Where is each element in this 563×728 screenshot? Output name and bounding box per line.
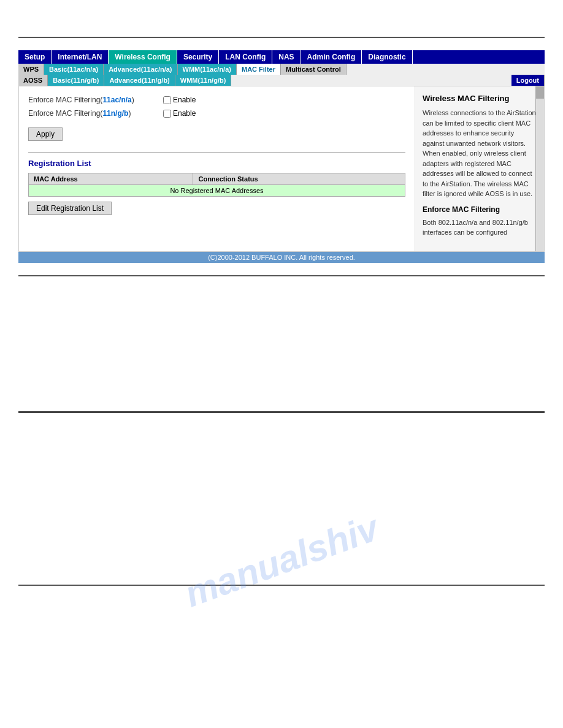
enable-checkbox-n[interactable]: Enable bbox=[163, 109, 196, 118]
filter-row-ac: Enforce MAC Filtering(11ac/n/a) Enable bbox=[28, 96, 405, 104]
nav-tab-lan[interactable]: LAN Config bbox=[219, 50, 272, 64]
subnav-logout[interactable]: Logout bbox=[511, 75, 545, 86]
empty-msg: No Registered MAC Addresses bbox=[29, 185, 405, 197]
white-space-bottom bbox=[0, 413, 563, 585]
scroll-thumb[interactable] bbox=[536, 86, 544, 99]
nav-row1: Setup Internet/LAN Wireless Config Secur… bbox=[18, 50, 545, 64]
filter-label-ac: Enforce MAC Filtering(11ac/n/a) bbox=[28, 96, 163, 104]
enable-label-n: Enable bbox=[173, 109, 196, 118]
subnav-mac-filter[interactable]: MAC Filter bbox=[237, 64, 281, 75]
checkbox-ac-input[interactable] bbox=[163, 96, 171, 104]
footer-bar: (C)2000-2012 BUFFALO INC. All rights res… bbox=[18, 252, 545, 263]
reg-list-title: Registration List bbox=[28, 159, 405, 168]
reg-table: MAC Address Connection Status No Registe… bbox=[28, 173, 405, 197]
subnav-wmm-n[interactable]: WMM(11n/g/b) bbox=[175, 75, 232, 86]
filter-row-n: Enforce MAC Filtering(11n/g/b) Enable bbox=[28, 109, 405, 118]
edit-registration-button[interactable]: Edit Registration List bbox=[28, 202, 112, 215]
page-wrapper: Setup Internet/LAN Wireless Config Secur… bbox=[0, 37, 563, 728]
table-row-empty: No Registered MAC Addresses bbox=[29, 185, 405, 197]
help-subtitle: Enforce MAC Filtering bbox=[423, 205, 537, 214]
subnav-wmm-ac[interactable]: WMM(11ac/n/a) bbox=[178, 64, 237, 75]
subnav-advanced-ac[interactable]: Advanced(11ac/n/a) bbox=[104, 64, 177, 75]
enable-checkbox-ac[interactable]: Enable bbox=[163, 96, 196, 104]
filter-highlight-n: 11n/g/b bbox=[102, 109, 128, 118]
help-body: Wireless connections to the AirStation c… bbox=[423, 108, 537, 199]
col-status: Connection Status bbox=[193, 173, 405, 185]
nav-bar: Setup Internet/LAN Wireless Config Secur… bbox=[18, 50, 545, 86]
filter-label-n: Enforce MAC Filtering(11n/g/b) bbox=[28, 109, 163, 118]
nav-tab-diagnostic[interactable]: Diagnostic bbox=[362, 50, 412, 64]
help-body2: Both 802.11ac/n/a and 802.11n/g/b interf… bbox=[423, 218, 537, 238]
left-panel: Enforce MAC Filtering(11ac/n/a) Enable E… bbox=[19, 86, 415, 251]
subnav-aoss[interactable]: AOSS bbox=[18, 75, 48, 86]
bottom-rule bbox=[18, 585, 545, 586]
scrollbar[interactable] bbox=[535, 86, 544, 251]
main-content: Setup Internet/LAN Wireless Config Secur… bbox=[18, 44, 545, 269]
subnav-row2: AOSS Basic(11n/g/b) Advanced(11n/g/b) WM… bbox=[18, 75, 545, 86]
nav-tab-internet[interactable]: Internet/LAN bbox=[52, 50, 109, 64]
checkbox-n-input[interactable] bbox=[163, 110, 171, 118]
subnav-multicast[interactable]: Multicast Control bbox=[281, 64, 347, 75]
nav-tab-security[interactable]: Security bbox=[177, 50, 219, 64]
filter-highlight-ac: 11ac/n/a bbox=[102, 96, 131, 104]
footer-text: (C)2000-2012 BUFFALO INC. All rights res… bbox=[208, 254, 355, 261]
subnav-basic-ac[interactable]: Basic(11ac/n/a) bbox=[44, 64, 104, 75]
nav-tab-setup[interactable]: Setup bbox=[18, 50, 52, 64]
help-title: Wireless MAC Filtering bbox=[423, 94, 537, 103]
content-panel: Enforce MAC Filtering(11ac/n/a) Enable E… bbox=[18, 86, 545, 252]
nav-tab-nas[interactable]: NAS bbox=[272, 50, 301, 64]
enable-label-ac: Enable bbox=[173, 96, 196, 104]
nav-tab-admin[interactable]: Admin Config bbox=[301, 50, 362, 64]
subnav-basic-n[interactable]: Basic(11n/g/b) bbox=[48, 75, 104, 86]
nav-tab-wireless[interactable]: Wireless Config bbox=[109, 50, 177, 64]
subnav-wps[interactable]: WPS bbox=[18, 64, 44, 75]
apply-button[interactable]: Apply bbox=[28, 127, 63, 141]
section-divider bbox=[28, 152, 405, 153]
top-rule bbox=[18, 37, 545, 38]
subnav-advanced-n[interactable]: Advanced(11n/g/b) bbox=[104, 75, 175, 86]
col-mac: MAC Address bbox=[29, 173, 193, 185]
right-panel: Wireless MAC Filtering Wireless connecti… bbox=[415, 86, 544, 251]
subnav-row1: WPS Basic(11ac/n/a) Advanced(11ac/n/a) W… bbox=[18, 64, 545, 75]
white-space-mid: manualshiv bbox=[0, 276, 563, 411]
